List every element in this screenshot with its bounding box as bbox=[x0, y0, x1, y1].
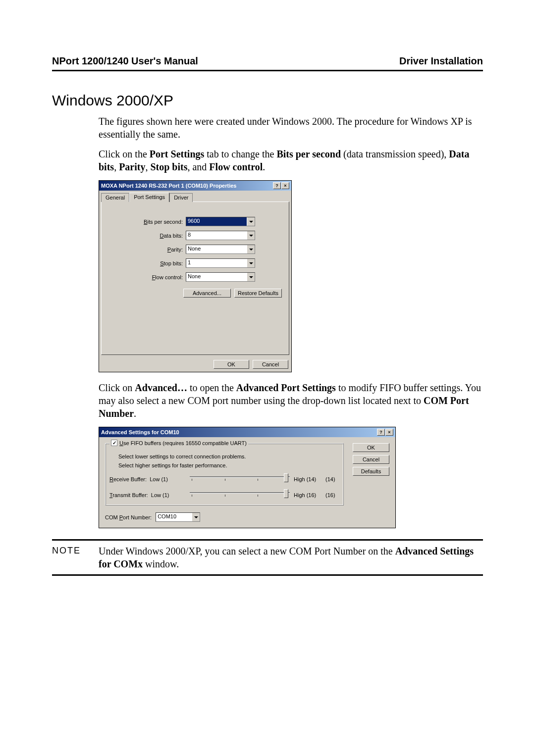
bold: Advanced… bbox=[135, 382, 187, 393]
fifo-fieldset: ✓ Use FIFO buffers (requires 16550 compa… bbox=[105, 443, 344, 505]
transmit-value: (16) bbox=[325, 492, 339, 498]
databits-label: Data bits: bbox=[107, 233, 186, 239]
transmit-high-label: High (16) bbox=[294, 492, 321, 498]
fifo-checkbox-label: Use FIFO buffers (requires 16550 compati… bbox=[119, 440, 247, 446]
tab-strip: GeneralPort SettingsDriver bbox=[99, 191, 291, 202]
stopbits-combo[interactable]: 1 bbox=[186, 258, 255, 268]
stopbits-value: 1 bbox=[186, 259, 247, 267]
text: Under Windows 2000/XP, you can select a … bbox=[99, 546, 395, 556]
databits-value: 8 bbox=[186, 231, 247, 240]
cancel-button[interactable]: Cancel bbox=[253, 360, 288, 369]
advanced-button[interactable]: Advanced... bbox=[183, 289, 231, 298]
receive-buffer-label: Receive Buffer: bbox=[109, 476, 147, 482]
receive-buffer-row: Receive Buffer: Low (1) High (14) (14) bbox=[109, 474, 339, 484]
text: . bbox=[134, 408, 136, 419]
intro-paragraph-1: The figures shown here were created unde… bbox=[99, 115, 483, 141]
bold: Flow control bbox=[209, 161, 263, 172]
dialog-titlebar: MOXA NPort 1240 RS-232 Port 1 (COM10) Pr… bbox=[99, 181, 291, 191]
parity-label: Parity: bbox=[107, 247, 186, 252]
tab-driver[interactable]: Driver bbox=[169, 193, 193, 202]
bps-combo[interactable]: 9600 bbox=[186, 217, 255, 226]
note-label: NOTE bbox=[52, 545, 99, 570]
defaults-button[interactable]: Defaults bbox=[353, 467, 389, 476]
restore-defaults-button[interactable]: Restore Defaults bbox=[234, 289, 282, 298]
parity-value: None bbox=[186, 245, 247, 253]
text: Click on bbox=[99, 382, 135, 393]
chevron-down-icon[interactable] bbox=[247, 231, 255, 240]
text: , bbox=[145, 161, 150, 172]
ok-button[interactable]: OK bbox=[353, 443, 389, 452]
comport-value: COM10 bbox=[156, 513, 192, 521]
fifo-checkbox[interactable]: ✓ bbox=[111, 440, 117, 446]
flowcontrol-combo[interactable]: None bbox=[186, 272, 255, 282]
bps-label: Bits per second: bbox=[107, 219, 186, 225]
dialog-title: MOXA NPort 1240 RS-232 Port 1 (COM10) Pr… bbox=[101, 183, 236, 189]
text: Click on the bbox=[99, 149, 150, 159]
receive-high-label: High (14) bbox=[294, 476, 321, 482]
dialog-title: Advanced Settings for COM10 bbox=[101, 429, 179, 435]
manual-title: NPort 1200/1240 User's Manual bbox=[52, 55, 198, 66]
fifo-help-2: Select higher settings for faster perfor… bbox=[118, 462, 339, 468]
text: tab to change the bbox=[204, 149, 276, 159]
flowcontrol-label: Flow control: bbox=[107, 274, 186, 280]
chevron-down-icon[interactable] bbox=[247, 273, 255, 281]
chevron-down-icon[interactable] bbox=[247, 245, 255, 253]
paragraph-3: Click on Advanced… to open the Advanced … bbox=[99, 381, 483, 420]
parity-combo[interactable]: None bbox=[186, 245, 255, 254]
bold: Port Settings bbox=[150, 149, 205, 159]
close-icon[interactable]: × bbox=[281, 182, 289, 189]
bold: Stop bits bbox=[150, 161, 187, 172]
comport-label: COM Port Number: bbox=[105, 514, 152, 520]
tab-port-settings[interactable]: Port Settings bbox=[129, 193, 169, 202]
cancel-button[interactable]: Cancel bbox=[353, 455, 389, 464]
header-rule bbox=[52, 70, 483, 71]
text: to open the bbox=[187, 382, 236, 393]
stopbits-label: Stop bits: bbox=[107, 260, 186, 266]
flowcontrol-value: None bbox=[186, 273, 247, 281]
bold: Bits per second bbox=[276, 149, 341, 159]
port-properties-dialog: MOXA NPort 1240 RS-232 Port 1 (COM10) Pr… bbox=[99, 180, 292, 372]
text: . bbox=[263, 161, 265, 172]
note-block: NOTE Under Windows 2000/XP, you can sele… bbox=[52, 539, 483, 576]
bold: Advanced Port Settings bbox=[236, 382, 336, 393]
bold: Parity bbox=[119, 161, 145, 172]
close-icon[interactable]: × bbox=[385, 429, 393, 436]
bps-value: 9600 bbox=[186, 217, 247, 226]
text: , and bbox=[187, 161, 209, 172]
section-heading: Windows 2000/XP bbox=[52, 92, 483, 109]
transmit-buffer-slider[interactable] bbox=[190, 490, 290, 500]
help-icon[interactable]: ? bbox=[273, 182, 281, 189]
chevron-down-icon[interactable] bbox=[247, 259, 255, 267]
note-text: Under Windows 2000/XP, you can select a … bbox=[99, 545, 483, 570]
text: window. bbox=[143, 558, 179, 569]
receive-low-label: Low (1) bbox=[150, 476, 168, 482]
receive-buffer-slider[interactable] bbox=[190, 474, 290, 484]
databits-combo[interactable]: 8 bbox=[186, 231, 255, 240]
comport-combo[interactable]: COM10 bbox=[156, 512, 200, 522]
dialog-titlebar: Advanced Settings for COM10 ? × bbox=[99, 427, 395, 437]
text: , bbox=[114, 161, 119, 172]
transmit-low-label: Low (1) bbox=[151, 492, 169, 498]
manual-section: Driver Installation bbox=[399, 55, 483, 67]
ok-button[interactable]: OK bbox=[214, 360, 249, 369]
receive-value: (14) bbox=[325, 476, 339, 482]
chevron-down-icon[interactable] bbox=[247, 217, 255, 226]
intro-paragraph-2: Click on the Port Settings tab to change… bbox=[99, 148, 483, 173]
tab-general[interactable]: General bbox=[101, 193, 129, 202]
chevron-down-icon[interactable] bbox=[192, 513, 200, 521]
tab-body: Bits per second: 9600 Data bits: 8 Parit… bbox=[101, 202, 289, 355]
transmit-buffer-label: Transmit Buffer: bbox=[109, 492, 148, 498]
help-icon[interactable]: ? bbox=[377, 429, 385, 436]
text: (data transmission speed), bbox=[341, 149, 449, 159]
transmit-buffer-row: Transmit Buffer: Low (1) High (16) (16) bbox=[109, 490, 339, 500]
fifo-help-1: Select lower settings to correct connect… bbox=[118, 454, 339, 459]
advanced-settings-dialog: Advanced Settings for COM10 ? × ✓ Use FI… bbox=[99, 427, 396, 528]
